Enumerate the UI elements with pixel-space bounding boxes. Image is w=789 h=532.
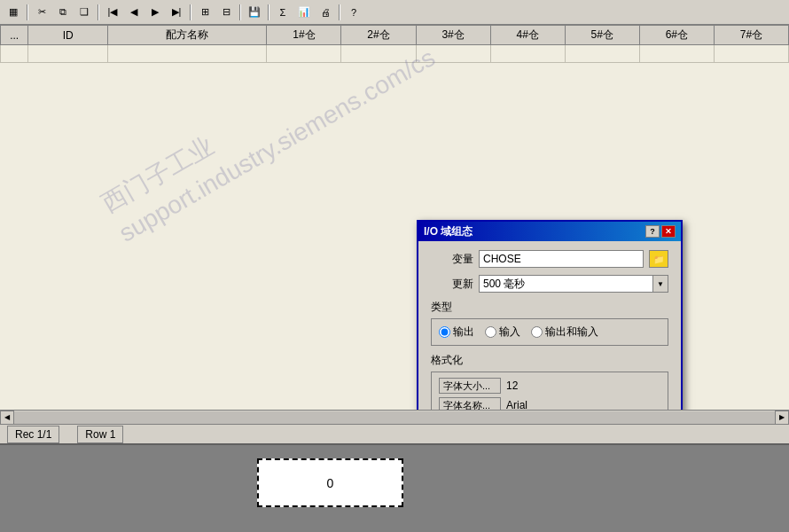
- print-icon[interactable]: 🖨: [316, 3, 335, 22]
- radio-input-label: 输入: [499, 325, 520, 340]
- dialog-body: 变量 📁 更新 500 毫秒 ▼: [418, 241, 681, 410]
- widget-value: 0: [327, 476, 334, 490]
- type-section: 类型 输出 输入: [431, 300, 668, 346]
- row-dots: [1, 45, 28, 63]
- nav-last-icon[interactable]: ▶|: [167, 3, 186, 22]
- scroll-right-button[interactable]: ▶: [775, 411, 789, 425]
- row-id[interactable]: [28, 45, 108, 63]
- type-section-label: 类型: [431, 300, 668, 315]
- row-c6[interactable]: [639, 45, 714, 63]
- dialog-close-button[interactable]: ✕: [661, 225, 676, 238]
- dialog-title-bar: I/O 域组态 ? ✕: [418, 222, 681, 241]
- font-size-row: 字体大小... 12: [439, 378, 660, 394]
- cut-icon[interactable]: ✂: [32, 3, 51, 22]
- help-icon[interactable]: ?: [344, 3, 363, 22]
- font-name-row: 字体名称... Arial: [439, 397, 660, 410]
- nav-prev-icon[interactable]: ◀: [124, 3, 144, 22]
- io-dialog: I/O 域组态 ? ✕ 变量 📁: [417, 220, 683, 410]
- paste-icon[interactable]: ❑: [74, 3, 94, 22]
- col-header-c7[interactable]: 7#仓: [714, 26, 788, 45]
- radio-both-label: 输出和输入: [545, 325, 598, 340]
- radio-both[interactable]: 输出和输入: [531, 325, 598, 340]
- rec-status: Rec 1/1: [7, 426, 59, 443]
- col-header-c1[interactable]: 1#仓: [267, 26, 341, 45]
- grid-icon[interactable]: ▦: [4, 3, 23, 22]
- format-section-label: 格式化: [431, 353, 668, 368]
- table-row[interactable]: [1, 45, 789, 63]
- separator-3: [190, 4, 191, 20]
- update-select-wrap: 500 毫秒 ▼: [479, 275, 668, 293]
- radio-input-input[interactable]: [485, 326, 496, 338]
- font-name-value: Arial: [506, 399, 527, 410]
- update-label: 更新: [431, 277, 473, 292]
- radio-output[interactable]: 输出: [439, 325, 474, 340]
- row-status: Row 1: [77, 426, 123, 443]
- variable-input[interactable]: [479, 250, 644, 268]
- add-icon[interactable]: ⊞: [195, 3, 215, 22]
- chart-icon[interactable]: 📊: [294, 3, 314, 22]
- table-container: ... ID 配方名称 1#仓 2#仓 3#仓 4#仓 5#仓 6#仓 7#仓: [0, 25, 789, 410]
- update-row: 更新 500 毫秒 ▼: [431, 275, 668, 293]
- data-table: ... ID 配方名称 1#仓 2#仓 3#仓 4#仓 5#仓 6#仓 7#仓: [0, 25, 789, 63]
- radio-input[interactable]: 输入: [485, 325, 520, 340]
- col-header-pf[interactable]: 配方名称: [108, 26, 267, 45]
- browse-icon: 📁: [653, 254, 664, 264]
- radio-both-input[interactable]: [531, 326, 543, 338]
- scroll-track[interactable]: [14, 411, 775, 424]
- save-icon[interactable]: 💾: [245, 3, 264, 22]
- font-name-button[interactable]: 字体名称...: [439, 397, 501, 410]
- toolbar: ▦ ✂ ⧉ ❑ |◀ ◀ ▶ ▶| ⊞ ⊟ 💾 Σ 📊 🖨 ?: [0, 0, 789, 25]
- widget-box[interactable]: 0: [257, 458, 403, 507]
- col-header-c3[interactable]: 3#仓: [416, 26, 490, 45]
- variable-browse-button[interactable]: 📁: [649, 250, 668, 268]
- col-header-c5[interactable]: 5#仓: [565, 26, 639, 45]
- copy-icon[interactable]: ⧉: [53, 3, 73, 22]
- dialog-help-button[interactable]: ?: [645, 225, 660, 238]
- bottom-area: 0: [0, 443, 789, 532]
- dialog-overlay: I/O 域组态 ? ✕ 变量 📁: [0, 25, 789, 410]
- dialog-title-buttons: ? ✕: [645, 225, 676, 238]
- delete-icon[interactable]: ⊟: [216, 3, 236, 22]
- font-size-value: 12: [506, 379, 518, 392]
- radio-group: 输出 输入 输出和输入: [439, 325, 660, 340]
- format-section: 格式化 字体大小... 12 字体名称... Arial: [431, 353, 668, 410]
- row-pf[interactable]: [108, 45, 267, 63]
- row-c1[interactable]: [267, 45, 341, 63]
- col-header-c6[interactable]: 6#仓: [639, 26, 714, 45]
- row-c4[interactable]: [490, 45, 565, 63]
- radio-output-label: 输出: [453, 325, 474, 340]
- scroll-area: ◀ ▶: [0, 410, 789, 424]
- app-container: ▦ ✂ ⧉ ❑ |◀ ◀ ▶ ▶| ⊞ ⊟ 💾 Σ 📊 🖨 ? ... ID 配…: [0, 0, 789, 532]
- col-header-c2[interactable]: 2#仓: [341, 26, 416, 45]
- variable-row: 变量 📁: [431, 250, 668, 268]
- dialog-title-text: I/O 域组态: [424, 224, 473, 239]
- row-c7[interactable]: [714, 45, 788, 63]
- variable-label: 变量: [431, 252, 473, 267]
- separator-4: [239, 4, 241, 20]
- nav-first-icon[interactable]: |◀: [103, 3, 122, 22]
- row-c3[interactable]: [416, 45, 490, 63]
- status-bar: Rec 1/1 Row 1: [0, 424, 789, 443]
- calc-icon[interactable]: Σ: [273, 3, 293, 22]
- col-header-dots[interactable]: ...: [1, 26, 28, 45]
- type-radio-group: 输出 输入 输出和输入: [431, 318, 668, 346]
- separator-5: [268, 4, 270, 20]
- col-header-c4[interactable]: 4#仓: [490, 26, 565, 45]
- format-options: 字体大小... 12 字体名称... Arial 颜色...: [431, 372, 668, 410]
- col-header-id[interactable]: ID: [28, 26, 108, 45]
- separator-1: [27, 4, 28, 20]
- scroll-left-button[interactable]: ◀: [0, 411, 14, 425]
- separator-2: [98, 4, 99, 20]
- nav-next-icon[interactable]: ▶: [145, 3, 165, 22]
- radio-output-input[interactable]: [439, 326, 450, 338]
- update-select[interactable]: 500 毫秒: [479, 275, 668, 293]
- separator-6: [339, 4, 340, 20]
- font-size-button[interactable]: 字体大小...: [439, 378, 501, 394]
- row-c2[interactable]: [341, 45, 416, 63]
- row-c5[interactable]: [565, 45, 639, 63]
